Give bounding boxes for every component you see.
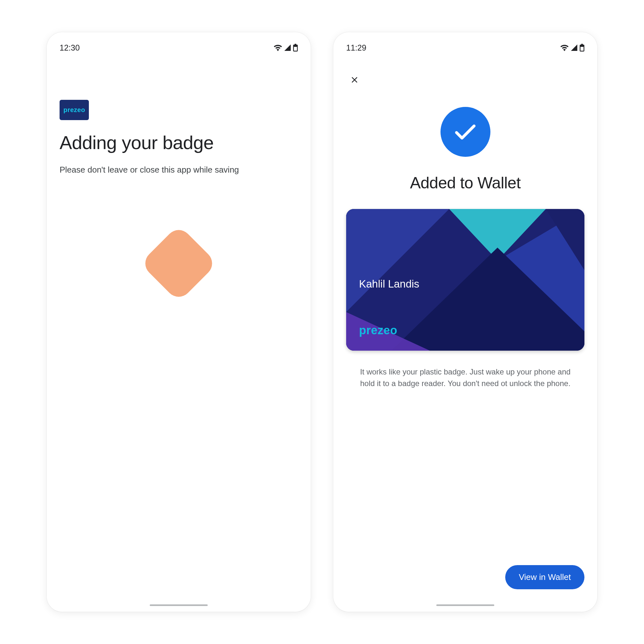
nav-handle[interactable] <box>150 604 208 606</box>
wifi-icon <box>560 44 569 51</box>
loading-spinner-area <box>60 236 298 291</box>
close-button[interactable] <box>348 73 361 86</box>
success-title: Added to Wallet <box>410 174 521 192</box>
cellular-icon <box>284 44 291 51</box>
success-description: It works like your plastic badge. Just w… <box>346 366 584 389</box>
status-time: 12:30 <box>60 43 80 52</box>
view-in-wallet-button[interactable]: View in Wallet <box>505 565 584 589</box>
check-icon <box>452 119 478 145</box>
phone-adding-badge: 12:30 prezeo Adding your badge Please do… <box>47 32 311 612</box>
success-section: Added to Wallet Kahlil Landis prezeo It … <box>346 107 584 389</box>
wifi-icon <box>274 44 282 51</box>
battery-icon <box>293 44 298 52</box>
status-bar: 11:29 <box>333 40 597 55</box>
card-holder-name: Kahlil Landis <box>359 278 419 290</box>
cellular-icon <box>571 44 578 51</box>
app-body: prezeo Adding your badge Please don't le… <box>47 58 311 612</box>
success-badge <box>440 107 490 157</box>
loading-spinner-icon <box>140 225 217 302</box>
phone-added-to-wallet: 11:29 Added to Wallet <box>333 32 597 612</box>
battery-icon <box>580 44 584 52</box>
card-brand-logo: prezeo <box>359 324 397 337</box>
brand-logo-chip: prezeo <box>60 100 89 120</box>
status-icons <box>274 44 298 52</box>
close-icon <box>350 75 359 85</box>
app-body: Added to Wallet Kahlil Landis prezeo It … <box>333 58 597 612</box>
nav-handle[interactable] <box>436 604 494 606</box>
status-icons <box>560 44 584 52</box>
status-time: 11:29 <box>346 43 366 52</box>
page-title: Adding your badge <box>60 132 298 153</box>
wallet-card[interactable]: Kahlil Landis prezeo <box>346 209 584 351</box>
status-bar: 12:30 <box>47 40 311 55</box>
page-subtitle: Please don't leave or close this app whi… <box>60 165 298 175</box>
